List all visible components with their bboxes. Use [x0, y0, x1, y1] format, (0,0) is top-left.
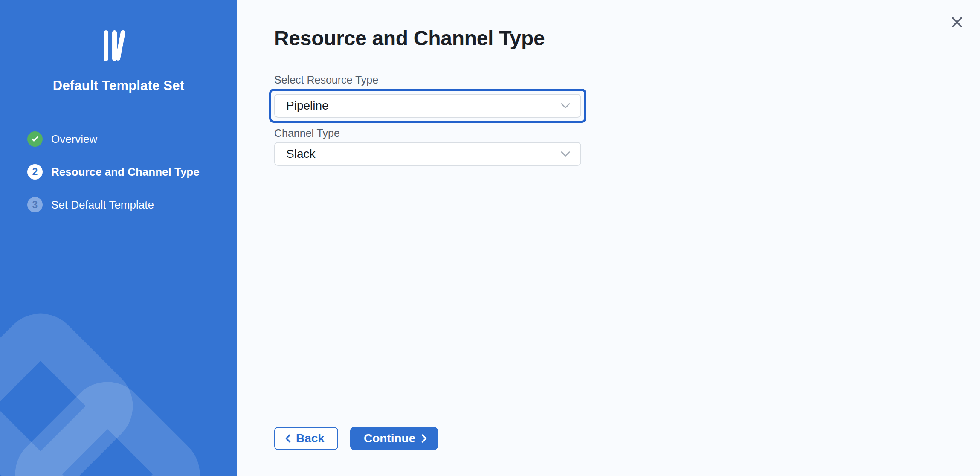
step-label: Overview	[51, 133, 97, 146]
wizard-title: Default Template Set	[0, 78, 237, 93]
chevron-down-icon	[561, 151, 570, 157]
step-overview[interactable]: Overview	[27, 131, 227, 147]
step-number-badge: 2	[27, 164, 43, 180]
resource-type-focus-ring: Pipeline	[269, 89, 586, 123]
wizard-sidebar: Default Template Set Overview 2 Resource…	[0, 0, 237, 476]
channel-type-label: Channel Type	[274, 127, 980, 139]
close-icon	[951, 17, 963, 28]
resource-type-value: Pipeline	[286, 99, 329, 113]
continue-button[interactable]: Continue	[350, 427, 438, 450]
channel-type-value: Slack	[286, 147, 315, 161]
resource-type-select[interactable]: Pipeline	[274, 94, 581, 118]
continue-button-label: Continue	[364, 432, 415, 445]
step-label: Set Default Template	[51, 198, 154, 212]
step-complete-check-icon	[27, 131, 43, 147]
step-resource-and-channel-type[interactable]: 2 Resource and Channel Type	[27, 164, 227, 180]
back-button[interactable]: Back	[274, 427, 338, 450]
app-logo-icon	[104, 30, 132, 62]
wizard-steps: Overview 2 Resource and Channel Type 3 S…	[27, 131, 227, 212]
step-label: Resource and Channel Type	[51, 165, 200, 179]
close-button[interactable]	[949, 15, 965, 30]
chevron-left-icon	[285, 434, 291, 443]
channel-type-select[interactable]: Slack	[274, 142, 581, 166]
resource-type-label: Select Resource Type	[274, 73, 980, 86]
page-title: Resource and Channel Type	[274, 26, 980, 50]
back-button-label: Back	[296, 432, 325, 445]
chevron-right-icon	[421, 434, 427, 443]
wizard-content: Resource and Channel Type Select Resourc…	[237, 0, 980, 476]
wizard-footer: Back Continue	[274, 427, 438, 450]
step-set-default-template[interactable]: 3 Set Default Template	[27, 197, 227, 212]
chevron-down-icon	[561, 103, 570, 109]
step-number-badge: 3	[27, 197, 43, 212]
